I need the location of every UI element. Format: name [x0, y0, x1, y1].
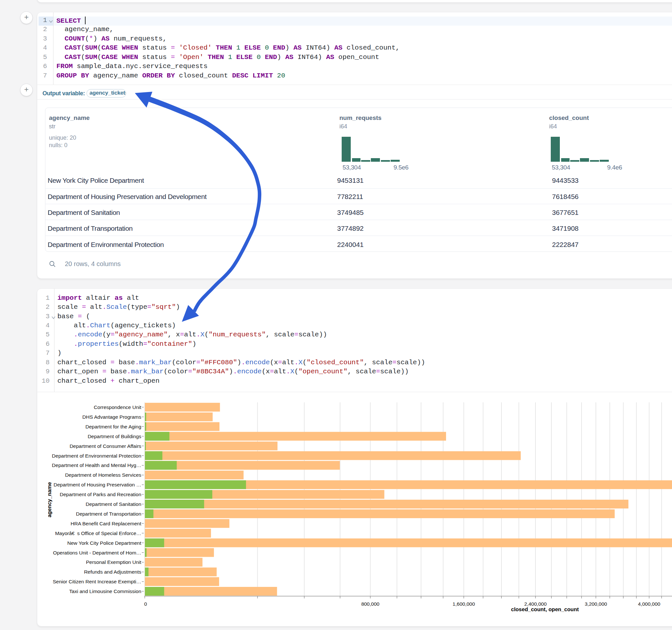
svg-text:closed_count, open_count: closed_count, open_count — [511, 606, 579, 612]
svg-text:Department of Sanitation: Department of Sanitation — [86, 501, 141, 507]
svg-text:DHS Advantage Programs: DHS Advantage Programs — [82, 414, 141, 420]
svg-text:0: 0 — [144, 601, 147, 607]
svg-text:Operations Unit - Department o: Operations Unit - Department of Hom… — [53, 550, 141, 555]
svg-text:800,000: 800,000 — [361, 601, 379, 607]
svg-text:Correspondence Unit: Correspondence Unit — [94, 405, 141, 410]
svg-text:Department of Environmental Pr: Department of Environmental Protection — [52, 453, 141, 459]
svg-text:New York City Police Departmen: New York City Police Department — [67, 540, 142, 546]
svg-text:Department of Housing Preserva: Department of Housing Preservation … — [53, 482, 141, 487]
svg-text:Department of Parks and Recrea: Department of Parks and Recreation — [59, 492, 141, 497]
svg-text:HRA Benefit Card Replacement: HRA Benefit Card Replacement — [71, 521, 142, 526]
svg-text:Department of Homeless Service: Department of Homeless Services — [65, 472, 141, 478]
svg-text:Refunds and Adjustments: Refunds and Adjustments — [84, 569, 141, 575]
svg-text:Department of Buildings: Department of Buildings — [88, 434, 141, 439]
svg-text:Department for the Aging: Department for the Aging — [85, 424, 141, 429]
svg-text:2,400,000: 2,400,000 — [524, 601, 547, 607]
svg-text:Mayorâ€ s Office of Special En: Mayorâ€ s Office of Special Enforce… — [55, 531, 141, 536]
svg-text:3,200,000: 3,200,000 — [585, 601, 607, 607]
svg-text:Department of Consumer Affairs: Department of Consumer Affairs — [70, 443, 141, 449]
svg-text:Senior Citizen Rent Increase E: Senior Citizen Rent Increase Exempti… — [53, 579, 141, 584]
svg-text:4,000,000: 4,000,000 — [638, 601, 660, 607]
svg-text:1,600,000: 1,600,000 — [453, 601, 475, 607]
svg-text:Taxi and Limousine Commission: Taxi and Limousine Commission — [69, 588, 141, 594]
svg-text:Personal Exemption Unit: Personal Exemption Unit — [86, 559, 141, 565]
svg-text:Department of Health and Menta: Department of Health and Mental Hyg… — [52, 462, 141, 468]
svg-text:Department of Transportation: Department of Transportation — [76, 511, 141, 516]
svg-text:agency_name: agency_name — [46, 482, 52, 517]
